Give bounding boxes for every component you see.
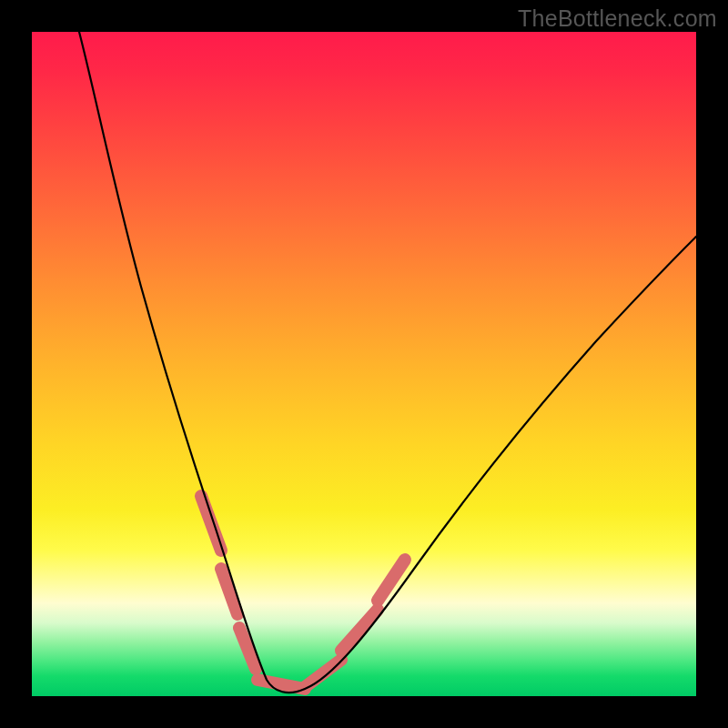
chart-svg [32,32,696,696]
watermark-text: TheBottleneck.com [518,5,717,32]
plot-area [32,32,696,696]
highlight-seg-bottom [258,680,305,689]
highlight-group [201,496,405,689]
chart-frame: TheBottleneck.com [0,0,728,728]
highlight-seg-r3 [378,560,405,601]
highlight-seg-l3 [239,628,256,669]
highlight-seg-r2 [341,610,378,651]
highlight-seg-l1 [201,496,221,551]
highlight-seg-r1 [305,660,341,687]
